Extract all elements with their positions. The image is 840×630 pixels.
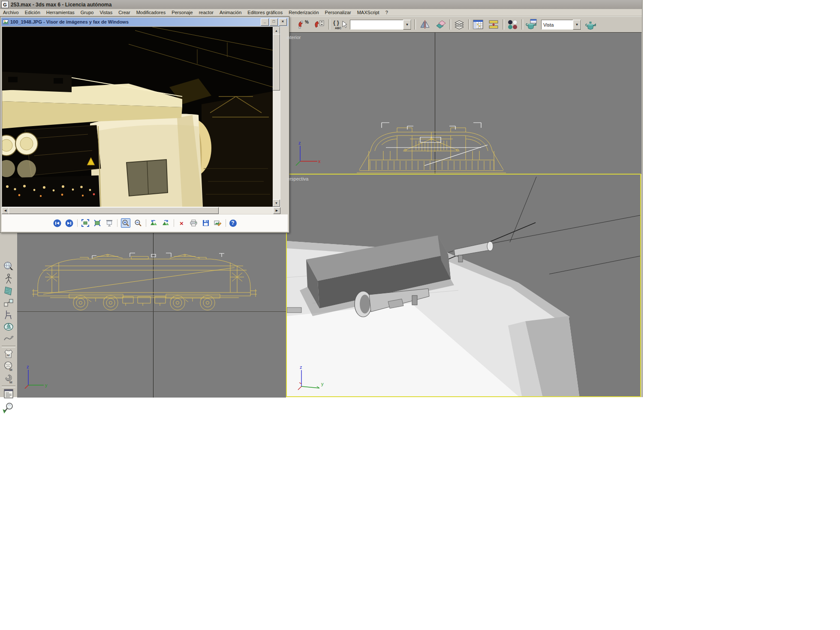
svg-text:y: y — [321, 381, 324, 386]
analyze-magnifier-icon[interactable] — [3, 402, 15, 413]
layer-manager-icon[interactable] — [453, 18, 466, 30]
viewer-image-area: LIEBHERR — [2, 27, 280, 207]
help-button[interactable]: ? — [229, 220, 237, 227]
screen: G 253.max - 3ds max 6 - Licencia autónom… — [0, 0, 840, 630]
slideshow-button[interactable] — [105, 219, 114, 227]
delete-button[interactable]: × — [178, 219, 186, 227]
maximize-button[interactable]: □ — [270, 18, 278, 26]
combo-arrow-icon[interactable]: ▼ — [403, 20, 411, 30]
viewer-titlebar[interactable]: 100_1948.JPG - Visor de imágenes y fax d… — [1, 18, 288, 26]
viewport-perspective[interactable]: Perspectiva — [286, 174, 641, 397]
save-button[interactable] — [202, 219, 210, 227]
panel-icon[interactable] — [3, 285, 15, 296]
cloth-shirt-m-icon[interactable]: M — [3, 348, 15, 359]
next-image-button[interactable] — [65, 219, 74, 227]
minimize-button[interactable]: _ — [261, 18, 269, 26]
mirror-icon[interactable] — [418, 18, 431, 30]
menu-help[interactable]: ? — [382, 9, 391, 15]
front-axis-tripod: z x — [292, 140, 322, 167]
menu-herramientas[interactable]: Herramientas — [43, 9, 78, 15]
linked-boxes-icon[interactable] — [3, 297, 15, 308]
named-selection-combo[interactable]: ▼ — [350, 20, 412, 30]
horizontal-scroll-thumb[interactable] — [9, 207, 219, 214]
render-scene-icon[interactable] — [525, 18, 538, 30]
svg-text:ABC: ABC — [335, 27, 341, 30]
rotate-counterclockwise-button[interactable] — [150, 219, 158, 227]
3dsmax-menubar: Archivo Edición Herramientas Grupo Vista… — [0, 9, 642, 16]
svg-text:x: x — [318, 159, 321, 164]
menu-edicion[interactable]: Edición — [22, 9, 43, 15]
scroll-left-icon[interactable]: ◀ — [2, 207, 9, 214]
left-axis-tripod: z y — [21, 364, 51, 391]
toolbar-separator — [468, 19, 470, 30]
curve-editor-icon[interactable] — [472, 18, 485, 30]
viewport-perspective-label: Perspectiva — [286, 176, 308, 181]
percent-snap-icon[interactable]: % — [297, 18, 310, 30]
rotate-clockwise-button[interactable] — [162, 219, 170, 227]
side-wireframe-locomotive — [32, 251, 257, 316]
viewer-toolbar-separator — [77, 219, 78, 227]
toolbar-separator — [521, 19, 523, 30]
menu-animacion[interactable]: Animación — [217, 9, 244, 15]
toolbar-separator — [328, 19, 330, 30]
vertical-scrollbar[interactable]: ▲ ▼ — [273, 27, 280, 207]
viewport-front[interactable]: Anterior — [286, 32, 641, 174]
quick-render-icon[interactable] — [584, 18, 597, 30]
close-button[interactable]: × — [279, 18, 287, 26]
menu-modificadores[interactable]: Modificadores — [133, 9, 169, 15]
toolbar-separator — [503, 19, 504, 30]
menu-crear[interactable]: Crear — [115, 9, 133, 15]
front-wireframe-locomotive — [356, 98, 507, 174]
scroll-down-icon[interactable]: ▼ — [273, 199, 280, 207]
menu-archivo[interactable]: Archivo — [0, 9, 22, 15]
align-icon[interactable] — [434, 18, 447, 30]
best-fit-button[interactable] — [81, 219, 90, 227]
viewport-front-label: Anterior — [286, 35, 301, 40]
biped-figure-icon[interactable] — [3, 273, 15, 284]
zoom-in-button[interactable] — [121, 218, 130, 228]
scroll-right-icon[interactable]: ▶ — [273, 207, 280, 214]
menu-maxscript[interactable]: MAXScript — [354, 9, 382, 15]
vertical-scroll-thumb[interactable] — [273, 34, 280, 90]
menu-personaje[interactable]: Personaje — [169, 9, 196, 15]
viewer-window: 100_1948.JPG - Visor de imágenes y fax d… — [0, 16, 289, 233]
menu-renderizacion[interactable]: Renderización — [286, 9, 322, 15]
viewer-toolbar-separator — [117, 219, 117, 227]
rope-icon[interactable] — [3, 333, 15, 344]
menu-personalizar[interactable]: Personalizar — [322, 9, 354, 15]
reactor-wheel-icon[interactable] — [3, 321, 15, 332]
reactor-toolbar-separator — [2, 346, 15, 347]
3dsmax-app-icon: G — [1, 1, 9, 8]
horizontal-scrollbar[interactable]: ◀ ▶ — [2, 207, 280, 214]
ball-m-icon[interactable]: M — [3, 361, 15, 372]
render-type-combo[interactable]: Vista ▼ — [541, 20, 581, 30]
spinner-snap-icon[interactable] — [313, 18, 326, 30]
coil-m-icon[interactable]: M — [3, 373, 15, 384]
viewer-toolbar-separator — [174, 219, 174, 227]
material-editor-icon[interactable] — [506, 18, 519, 30]
menu-editores-graficos[interactable]: Editores gráficos — [244, 9, 286, 15]
schematic-view-icon[interactable] — [487, 18, 500, 30]
edit-button[interactable] — [214, 219, 222, 227]
scroll-up-icon[interactable]: ▲ — [273, 27, 280, 34]
menu-vistas[interactable]: Vistas — [96, 9, 115, 15]
property-dialog-icon[interactable] — [3, 388, 15, 399]
3dsmax-titlebar[interactable]: G 253.max - 3ds max 6 - Licencia autónom… — [0, 0, 642, 9]
menu-grupo[interactable]: Grupo — [78, 9, 97, 15]
menu-reactor[interactable]: reactor — [196, 9, 217, 15]
3dsmax-title: 253.max - 3ds max 6 - Licencia autónoma — [11, 2, 111, 8]
viewer-title: 100_1948.JPG - Visor de imágenes y fax d… — [10, 19, 259, 24]
svg-text:z: z — [27, 364, 29, 369]
chair-icon[interactable] — [3, 309, 15, 320]
combo-arrow-icon[interactable]: ▼ — [573, 20, 581, 30]
photo-locomotive-night: LIEBHERR — [2, 27, 273, 207]
zoom-out-button[interactable] — [134, 219, 142, 227]
svg-text:M: M — [7, 353, 10, 357]
actual-size-button[interactable] — [93, 219, 102, 227]
previous-image-button[interactable] — [53, 219, 62, 227]
render-type-value: Vista — [542, 22, 573, 27]
viewer-toolbar-separator — [146, 219, 146, 227]
print-button[interactable] — [190, 219, 198, 227]
edit-named-selections-icon[interactable]: { }ABC — [332, 18, 347, 30]
sphere-pointer-icon[interactable] — [3, 261, 15, 272]
